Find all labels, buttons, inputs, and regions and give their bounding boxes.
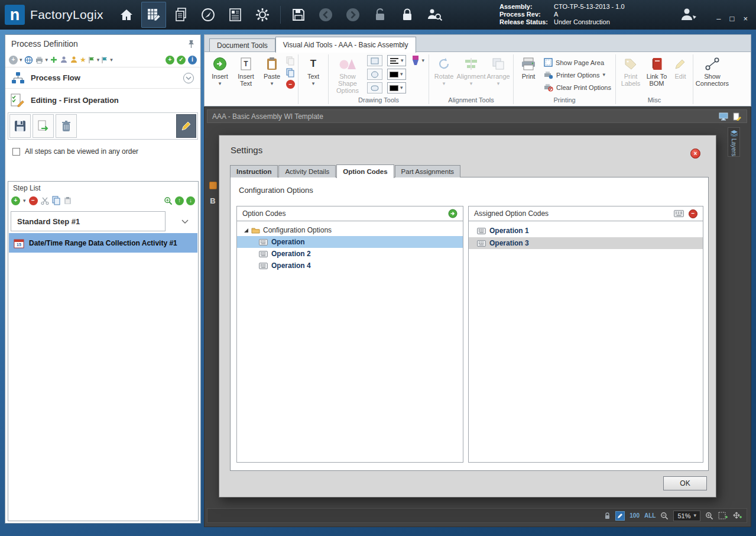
dialog-close-button[interactable]: × [690, 148, 700, 159]
maximize-button[interactable]: □ [730, 14, 735, 23]
home-button[interactable] [114, 2, 139, 28]
chevron-down-icon[interactable]: ▾ [20, 57, 22, 63]
unlock-button[interactable] [368, 2, 392, 28]
tab-activity-details[interactable]: Activity Details [278, 165, 336, 177]
copy-icon[interactable] [52, 196, 61, 205]
flag-green-button[interactable] [88, 56, 95, 64]
tab-visual-aid-tools[interactable]: Visual Aid Tools - AAA - Basic Assembly [275, 37, 416, 53]
move-down-button[interactable]: ↓ [186, 196, 195, 205]
process-flow-header[interactable]: Process Flow [5, 67, 200, 89]
delete-step-button[interactable] [56, 114, 77, 138]
reports-button[interactable] [223, 2, 248, 28]
tab-document-tools[interactable]: Document Tools [209, 38, 275, 52]
line-color-combo[interactable]: ▾ [387, 69, 406, 80]
link-button[interactable] [24, 56, 33, 64]
zoom-out-icon[interactable] [660, 512, 669, 520]
annotate-button[interactable] [615, 511, 625, 521]
keyboard-icon[interactable] [674, 210, 684, 217]
option-code-item[interactable]: Operation [237, 236, 463, 248]
forward-button[interactable] [340, 2, 365, 28]
zoom-preset-100[interactable]: 100 [630, 512, 640, 519]
expander-icon[interactable] [244, 228, 248, 233]
print-button[interactable] [35, 56, 44, 64]
option-code-item[interactable]: Operation 4 [237, 260, 463, 272]
tab-part-assignments[interactable]: Part Assignments [395, 165, 460, 177]
user-gold-button[interactable] [70, 56, 78, 64]
page-edit-icon[interactable] [733, 112, 742, 121]
zoom-level-combo[interactable]: 51% ▾ [673, 511, 700, 521]
layers-flyout-tab[interactable]: Layers [728, 127, 740, 157]
highlight-color-icon[interactable] [209, 182, 217, 189]
paste-button[interactable]: Paste ▾ [259, 54, 285, 86]
lock-small-icon[interactable] [604, 512, 611, 519]
star-icon[interactable]: ★ [80, 56, 86, 64]
insert-text-button[interactable]: T Insert Text [233, 54, 259, 87]
circle-shape-button[interactable] [367, 69, 382, 80]
save-button[interactable] [286, 2, 311, 28]
info-button[interactable]: i [188, 56, 197, 64]
insert-button[interactable]: Insert ▾ [207, 54, 233, 86]
clear-print-options-button[interactable]: Clear Print Options [544, 82, 611, 92]
run-button[interactable]: + [166, 56, 174, 64]
show-connectors-button[interactable]: Show Connectors [695, 54, 729, 87]
chevron-down-icon[interactable]: ▾ [97, 57, 100, 63]
process-designer-button[interactable] [141, 2, 166, 28]
monitor-icon[interactable] [719, 112, 728, 121]
move-up-button[interactable]: ↑ [175, 196, 184, 205]
any-order-checkbox[interactable] [12, 148, 20, 156]
settings-button[interactable] [250, 2, 275, 28]
text-tool-button[interactable]: T Text ▾ [300, 54, 326, 86]
back-button[interactable] [313, 2, 338, 28]
pan-icon[interactable] [732, 512, 742, 520]
close-button[interactable]: × [743, 14, 748, 23]
cut-icon[interactable] [41, 197, 49, 205]
save-step-button[interactable] [9, 114, 31, 138]
tab-option-codes[interactable]: Option Codes [336, 164, 394, 178]
lock-button[interactable] [395, 2, 420, 28]
option-code-item[interactable]: Operation 2 [237, 248, 463, 260]
show-shape-options-button[interactable]: Show Shape Options [330, 54, 365, 94]
chevron-down-icon[interactable]: ▾ [46, 57, 48, 63]
alignment-button[interactable]: Alignment ▾ [457, 54, 485, 86]
collapse-chevron-button[interactable] [183, 72, 194, 84]
fill-color-combo[interactable]: ▾ [387, 82, 406, 93]
chevron-down-icon[interactable]: ▾ [110, 57, 113, 63]
bold-button[interactable]: B [210, 196, 215, 205]
step-group-chevron[interactable] [181, 219, 189, 224]
find-step-icon[interactable] [164, 196, 173, 205]
show-page-area-button[interactable]: Show Page Area [544, 57, 611, 67]
print-labels-button[interactable]: Print Labels [618, 54, 644, 87]
rectangle-shape-button[interactable] [367, 55, 382, 66]
remove-assigned-button[interactable]: − [689, 209, 697, 218]
link-to-bom-button[interactable]: Link To BOM [644, 54, 670, 87]
activity-row-selected[interactable]: 15 Date/Time Range Data Collection Activ… [9, 233, 197, 253]
printer-options-button[interactable]: Printer Options ▾ [544, 70, 611, 80]
remove-step-button[interactable]: − [29, 196, 38, 205]
zoom-in-icon[interactable] [705, 512, 713, 520]
assigned-item[interactable]: Operation 1 [469, 225, 703, 237]
flag-teal-button[interactable] [101, 56, 108, 64]
rounded-shape-button[interactable] [367, 82, 382, 93]
zoom-fit-icon[interactable] [718, 512, 728, 520]
dispatch-button[interactable] [196, 2, 220, 28]
style-picker-button[interactable]: ▾ [411, 55, 425, 66]
minimize-button[interactable]: – [716, 14, 721, 23]
validate-button[interactable]: ✓ [177, 56, 186, 64]
chevron-down-icon[interactable]: ▾ [23, 198, 26, 204]
step-group-header[interactable]: Standard Step #1 [11, 211, 166, 231]
ok-button[interactable]: OK [663, 476, 707, 490]
export-step-button[interactable] [33, 114, 54, 138]
add-step-button[interactable]: + [11, 196, 20, 205]
documents-button[interactable] [168, 2, 193, 28]
zoom-preset-all[interactable]: ALL [644, 512, 656, 519]
find-user-button[interactable] [422, 2, 447, 28]
edit-step-button[interactable] [176, 114, 196, 138]
tab-instruction[interactable]: Instruction [230, 165, 278, 177]
add-dropdown-button[interactable]: + [9, 56, 18, 64]
tree-root-row[interactable]: Configuration Options [237, 224, 463, 236]
cut-pages-icon[interactable] [286, 56, 295, 66]
assigned-item[interactable]: Operation 3 [469, 237, 703, 249]
assign-option-button[interactable] [448, 209, 458, 218]
rotate-button[interactable]: Rotate ▾ [431, 54, 457, 86]
edit-button[interactable]: Edit [670, 54, 691, 80]
